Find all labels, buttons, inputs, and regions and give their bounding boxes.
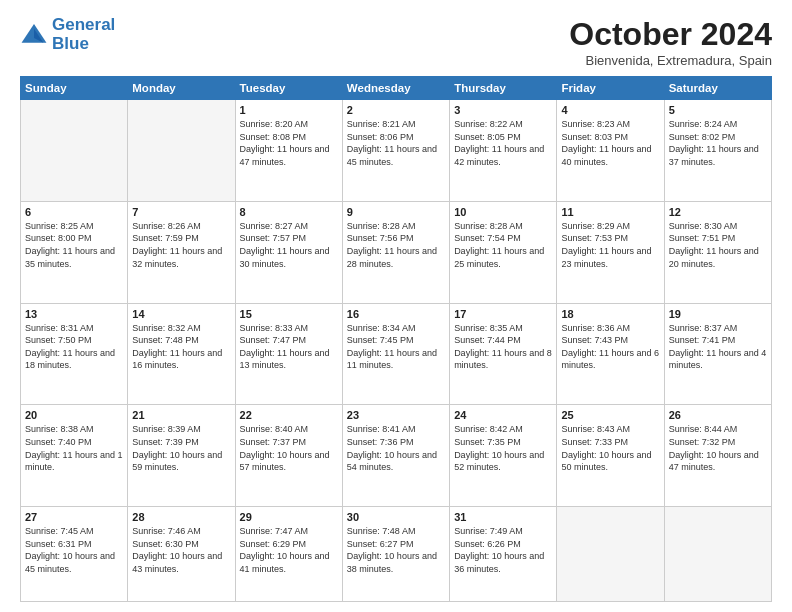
- calendar-cell: 7Sunrise: 8:26 AM Sunset: 7:59 PM Daylig…: [128, 201, 235, 303]
- calendar-header-row: SundayMondayTuesdayWednesdayThursdayFrid…: [21, 77, 772, 100]
- calendar-cell: 4Sunrise: 8:23 AM Sunset: 8:03 PM Daylig…: [557, 100, 664, 202]
- day-info: Sunrise: 8:30 AM Sunset: 7:51 PM Dayligh…: [669, 220, 767, 270]
- day-number: 30: [347, 511, 445, 523]
- header: General Blue October 2024 Bienvenida, Ex…: [20, 16, 772, 68]
- calendar-cell: 21Sunrise: 8:39 AM Sunset: 7:39 PM Dayli…: [128, 405, 235, 507]
- day-info: Sunrise: 8:34 AM Sunset: 7:45 PM Dayligh…: [347, 322, 445, 372]
- calendar-cell: 2Sunrise: 8:21 AM Sunset: 8:06 PM Daylig…: [342, 100, 449, 202]
- day-info: Sunrise: 8:28 AM Sunset: 7:56 PM Dayligh…: [347, 220, 445, 270]
- calendar-cell: 1Sunrise: 8:20 AM Sunset: 8:08 PM Daylig…: [235, 100, 342, 202]
- day-number: 31: [454, 511, 552, 523]
- calendar-cell: [21, 100, 128, 202]
- calendar-cell: 8Sunrise: 8:27 AM Sunset: 7:57 PM Daylig…: [235, 201, 342, 303]
- day-number: 25: [561, 409, 659, 421]
- calendar-cell: 31Sunrise: 7:49 AM Sunset: 6:26 PM Dayli…: [450, 507, 557, 602]
- calendar-cell: 18Sunrise: 8:36 AM Sunset: 7:43 PM Dayli…: [557, 303, 664, 405]
- day-info: Sunrise: 8:20 AM Sunset: 8:08 PM Dayligh…: [240, 118, 338, 168]
- day-number: 3: [454, 104, 552, 116]
- day-number: 15: [240, 308, 338, 320]
- calendar-cell: 9Sunrise: 8:28 AM Sunset: 7:56 PM Daylig…: [342, 201, 449, 303]
- day-number: 7: [132, 206, 230, 218]
- location: Bienvenida, Extremadura, Spain: [569, 53, 772, 68]
- logo-icon: [20, 21, 48, 49]
- calendar-week-4: 20Sunrise: 8:38 AM Sunset: 7:40 PM Dayli…: [21, 405, 772, 507]
- calendar-cell: 5Sunrise: 8:24 AM Sunset: 8:02 PM Daylig…: [664, 100, 771, 202]
- day-number: 9: [347, 206, 445, 218]
- calendar-cell: [664, 507, 771, 602]
- calendar-week-2: 6Sunrise: 8:25 AM Sunset: 8:00 PM Daylig…: [21, 201, 772, 303]
- day-number: 23: [347, 409, 445, 421]
- day-info: Sunrise: 8:36 AM Sunset: 7:43 PM Dayligh…: [561, 322, 659, 372]
- weekday-header-wednesday: Wednesday: [342, 77, 449, 100]
- day-info: Sunrise: 8:38 AM Sunset: 7:40 PM Dayligh…: [25, 423, 123, 473]
- month-title: October 2024: [569, 16, 772, 53]
- day-info: Sunrise: 7:45 AM Sunset: 6:31 PM Dayligh…: [25, 525, 123, 575]
- day-number: 2: [347, 104, 445, 116]
- calendar-cell: 26Sunrise: 8:44 AM Sunset: 7:32 PM Dayli…: [664, 405, 771, 507]
- calendar-cell: 11Sunrise: 8:29 AM Sunset: 7:53 PM Dayli…: [557, 201, 664, 303]
- calendar-cell: [128, 100, 235, 202]
- weekday-header-thursday: Thursday: [450, 77, 557, 100]
- calendar-week-3: 13Sunrise: 8:31 AM Sunset: 7:50 PM Dayli…: [21, 303, 772, 405]
- calendar-cell: 25Sunrise: 8:43 AM Sunset: 7:33 PM Dayli…: [557, 405, 664, 507]
- day-number: 22: [240, 409, 338, 421]
- day-info: Sunrise: 7:48 AM Sunset: 6:27 PM Dayligh…: [347, 525, 445, 575]
- day-number: 19: [669, 308, 767, 320]
- day-info: Sunrise: 7:47 AM Sunset: 6:29 PM Dayligh…: [240, 525, 338, 575]
- day-info: Sunrise: 8:42 AM Sunset: 7:35 PM Dayligh…: [454, 423, 552, 473]
- calendar-cell: 23Sunrise: 8:41 AM Sunset: 7:36 PM Dayli…: [342, 405, 449, 507]
- day-info: Sunrise: 8:28 AM Sunset: 7:54 PM Dayligh…: [454, 220, 552, 270]
- calendar-week-1: 1Sunrise: 8:20 AM Sunset: 8:08 PM Daylig…: [21, 100, 772, 202]
- day-info: Sunrise: 8:31 AM Sunset: 7:50 PM Dayligh…: [25, 322, 123, 372]
- day-number: 27: [25, 511, 123, 523]
- day-number: 1: [240, 104, 338, 116]
- calendar-cell: 27Sunrise: 7:45 AM Sunset: 6:31 PM Dayli…: [21, 507, 128, 602]
- calendar-cell: 22Sunrise: 8:40 AM Sunset: 7:37 PM Dayli…: [235, 405, 342, 507]
- calendar-cell: 17Sunrise: 8:35 AM Sunset: 7:44 PM Dayli…: [450, 303, 557, 405]
- day-info: Sunrise: 8:22 AM Sunset: 8:05 PM Dayligh…: [454, 118, 552, 168]
- calendar-cell: [557, 507, 664, 602]
- calendar-table: SundayMondayTuesdayWednesdayThursdayFrid…: [20, 76, 772, 602]
- calendar-cell: 28Sunrise: 7:46 AM Sunset: 6:30 PM Dayli…: [128, 507, 235, 602]
- day-info: Sunrise: 8:25 AM Sunset: 8:00 PM Dayligh…: [25, 220, 123, 270]
- day-number: 8: [240, 206, 338, 218]
- calendar-cell: 20Sunrise: 8:38 AM Sunset: 7:40 PM Dayli…: [21, 405, 128, 507]
- day-info: Sunrise: 8:44 AM Sunset: 7:32 PM Dayligh…: [669, 423, 767, 473]
- day-info: Sunrise: 8:43 AM Sunset: 7:33 PM Dayligh…: [561, 423, 659, 473]
- day-number: 20: [25, 409, 123, 421]
- page: General Blue October 2024 Bienvenida, Ex…: [0, 0, 792, 612]
- day-info: Sunrise: 8:24 AM Sunset: 8:02 PM Dayligh…: [669, 118, 767, 168]
- calendar-cell: 30Sunrise: 7:48 AM Sunset: 6:27 PM Dayli…: [342, 507, 449, 602]
- calendar-week-5: 27Sunrise: 7:45 AM Sunset: 6:31 PM Dayli…: [21, 507, 772, 602]
- weekday-header-sunday: Sunday: [21, 77, 128, 100]
- day-info: Sunrise: 8:27 AM Sunset: 7:57 PM Dayligh…: [240, 220, 338, 270]
- day-info: Sunrise: 8:21 AM Sunset: 8:06 PM Dayligh…: [347, 118, 445, 168]
- day-info: Sunrise: 8:26 AM Sunset: 7:59 PM Dayligh…: [132, 220, 230, 270]
- logo: General Blue: [20, 16, 115, 53]
- day-info: Sunrise: 7:49 AM Sunset: 6:26 PM Dayligh…: [454, 525, 552, 575]
- day-info: Sunrise: 8:32 AM Sunset: 7:48 PM Dayligh…: [132, 322, 230, 372]
- day-number: 11: [561, 206, 659, 218]
- day-info: Sunrise: 8:23 AM Sunset: 8:03 PM Dayligh…: [561, 118, 659, 168]
- day-number: 16: [347, 308, 445, 320]
- day-number: 4: [561, 104, 659, 116]
- day-number: 26: [669, 409, 767, 421]
- day-number: 21: [132, 409, 230, 421]
- day-number: 24: [454, 409, 552, 421]
- day-number: 12: [669, 206, 767, 218]
- day-info: Sunrise: 7:46 AM Sunset: 6:30 PM Dayligh…: [132, 525, 230, 575]
- day-info: Sunrise: 8:37 AM Sunset: 7:41 PM Dayligh…: [669, 322, 767, 372]
- calendar-cell: 10Sunrise: 8:28 AM Sunset: 7:54 PM Dayli…: [450, 201, 557, 303]
- weekday-header-monday: Monday: [128, 77, 235, 100]
- day-info: Sunrise: 8:29 AM Sunset: 7:53 PM Dayligh…: [561, 220, 659, 270]
- calendar-cell: 13Sunrise: 8:31 AM Sunset: 7:50 PM Dayli…: [21, 303, 128, 405]
- day-info: Sunrise: 8:39 AM Sunset: 7:39 PM Dayligh…: [132, 423, 230, 473]
- calendar-cell: 14Sunrise: 8:32 AM Sunset: 7:48 PM Dayli…: [128, 303, 235, 405]
- day-number: 5: [669, 104, 767, 116]
- weekday-header-tuesday: Tuesday: [235, 77, 342, 100]
- calendar-cell: 12Sunrise: 8:30 AM Sunset: 7:51 PM Dayli…: [664, 201, 771, 303]
- day-info: Sunrise: 8:40 AM Sunset: 7:37 PM Dayligh…: [240, 423, 338, 473]
- weekday-header-saturday: Saturday: [664, 77, 771, 100]
- day-number: 13: [25, 308, 123, 320]
- day-number: 17: [454, 308, 552, 320]
